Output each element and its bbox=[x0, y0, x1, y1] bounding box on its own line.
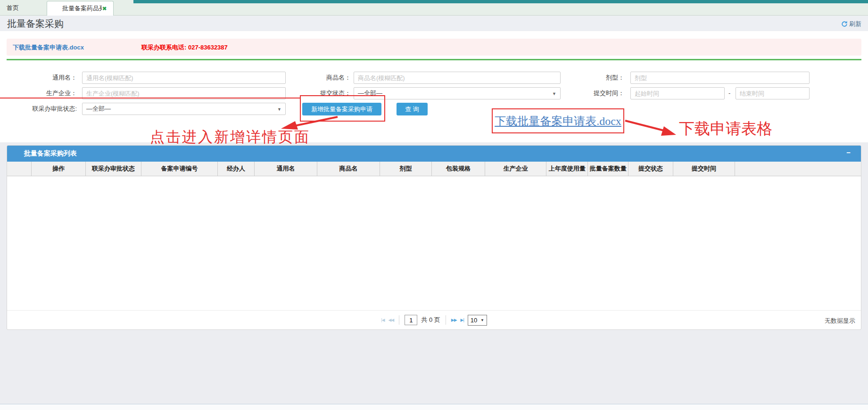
col-generic-name: 通用名 bbox=[255, 162, 317, 176]
tab-current-label: 批量备案药品列 bbox=[62, 4, 102, 13]
refresh-label: 刷新 bbox=[849, 20, 861, 28]
approval-status-select[interactable]: —全部— ▼ bbox=[82, 103, 286, 115]
notice-bar: 下载批量备案申请表.docx 联采办联系电话: 027-83632387 bbox=[7, 39, 861, 56]
date-range-separator: - bbox=[728, 87, 730, 99]
annotation-click-hint: 点击进入新增详情页面 bbox=[150, 127, 310, 147]
dosage-form-label: 剂型： bbox=[575, 72, 624, 84]
green-divider bbox=[7, 59, 861, 60]
col-trailing-empty bbox=[735, 162, 861, 176]
pagination-divider bbox=[446, 315, 446, 325]
page-number-input[interactable] bbox=[405, 315, 417, 325]
col-handler: 经办人 bbox=[218, 162, 255, 176]
annotation-arrow-right bbox=[622, 116, 681, 139]
generic-name-label: 通用名： bbox=[28, 72, 77, 84]
footer-strip bbox=[0, 404, 868, 410]
page-title: 批量备案采购 bbox=[7, 17, 64, 30]
start-time-input[interactable] bbox=[630, 87, 725, 99]
prev-page-icon[interactable]: ◀◀ bbox=[388, 318, 394, 322]
download-template-link[interactable]: 下载批量备案申请表.docx bbox=[13, 43, 84, 52]
close-icon[interactable]: ✖ bbox=[102, 6, 107, 12]
col-checkbox bbox=[7, 162, 32, 176]
page-header: 批量备案采购 刷新 bbox=[0, 16, 868, 31]
annotation-download-hint: 下载申请表格 bbox=[679, 118, 772, 139]
refresh-icon bbox=[841, 21, 848, 27]
end-time-input[interactable] bbox=[736, 87, 810, 99]
col-approval-status: 联采办审批状态 bbox=[86, 162, 141, 176]
col-package-spec: 包装规格 bbox=[432, 162, 485, 176]
pagination-bar: |◀ ◀◀ 共 0 页 ▶▶ ▶| 10 ▼ 无数据显示 bbox=[7, 310, 861, 329]
first-page-icon[interactable]: |◀ bbox=[381, 318, 384, 322]
dosage-form-input[interactable] bbox=[630, 72, 810, 84]
page-total-text: 共 0 页 bbox=[421, 316, 440, 324]
submit-time-label: 提交时间： bbox=[575, 87, 624, 99]
panel-title: 批量备案采购列表 bbox=[24, 149, 77, 158]
chevron-down-icon: ▼ bbox=[552, 88, 556, 100]
table-body-empty bbox=[7, 176, 861, 310]
contact-phone-text: 联采办联系电话: 027-83632387 bbox=[141, 43, 228, 52]
pagination-divider bbox=[399, 315, 399, 325]
generic-name-input[interactable] bbox=[82, 72, 286, 84]
col-dosage-form: 剂型 bbox=[380, 162, 432, 176]
page-size-select[interactable]: 10 ▼ bbox=[468, 315, 487, 326]
col-operation: 操作 bbox=[32, 162, 85, 176]
annotation-box-download: 下载批量备案申请表.docx bbox=[492, 108, 624, 133]
last-page-icon[interactable]: ▶| bbox=[461, 318, 464, 322]
chevron-down-icon: ▼ bbox=[480, 318, 484, 322]
col-submit-time: 提交时间 bbox=[673, 162, 735, 176]
search-button[interactable]: 查 询 bbox=[397, 103, 428, 115]
table-header-row: 操作 联采办审批状态 备案申请编号 经办人 通用名 商品名 剂型 包装规格 生产… bbox=[7, 162, 861, 176]
col-manufacturer: 生产企业 bbox=[485, 162, 546, 176]
tab-current[interactable]: 批量备案药品列 ✖ bbox=[47, 1, 114, 16]
next-page-icon[interactable]: ▶▶ bbox=[451, 318, 457, 322]
product-name-label: 商品名： bbox=[302, 72, 351, 84]
annotation-line bbox=[0, 98, 300, 98]
col-last-year-usage: 上年度使用量 bbox=[546, 162, 588, 176]
tab-home[interactable]: 首页 bbox=[0, 0, 45, 16]
download-template-link-big[interactable]: 下载批量备案申请表.docx bbox=[495, 114, 621, 129]
page-size-value: 10 bbox=[471, 317, 477, 324]
col-product-name: 商品名 bbox=[317, 162, 380, 176]
screen: 首页 批量备案药品列 ✖ 批量备案采购 刷新 下载批量备案申请表.docx 联采… bbox=[0, 0, 868, 410]
refresh-button[interactable]: 刷新 bbox=[841, 20, 861, 28]
col-filing-quantity: 批量备案数量 bbox=[588, 162, 628, 176]
panel-header: 批量备案采购列表 − bbox=[7, 146, 861, 162]
tab-bar: 首页 批量备案药品列 ✖ bbox=[0, 0, 868, 16]
no-data-text: 无数据显示 bbox=[825, 317, 855, 325]
product-name-input[interactable] bbox=[354, 72, 561, 84]
col-filing-number: 备案申请编号 bbox=[141, 162, 218, 176]
approval-status-label: 联采办审批状态: bbox=[9, 103, 77, 115]
top-teal-strip bbox=[133, 0, 868, 3]
collapse-icon[interactable]: − bbox=[846, 148, 851, 156]
approval-status-value: —全部— bbox=[86, 105, 111, 112]
batch-filing-list-panel: 批量备案采购列表 − 操作 联采办审批状态 备案申请编号 经办人 通用名 商品名… bbox=[7, 145, 861, 330]
col-submit-status: 提交状态 bbox=[628, 162, 673, 176]
